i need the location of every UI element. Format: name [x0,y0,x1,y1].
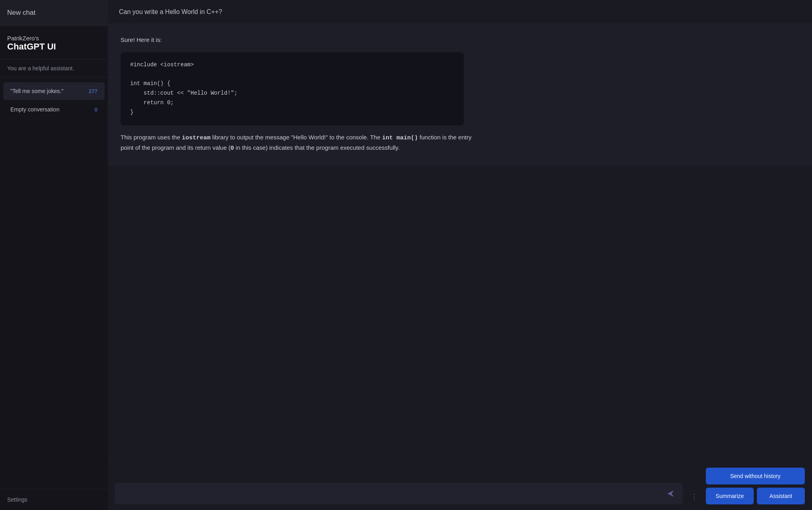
brand-title: ChatGPT UI [7,42,101,52]
conversation-label: "Tell me some jokes." [10,88,85,94]
conversation-item[interactable]: Empty conversation0 [3,101,105,118]
chat-messages: Sure! Here it is:#include <iostream> int… [108,24,812,462]
message-description: This program uses the iostream library t… [121,133,480,154]
inline-code: int main() [382,135,418,141]
code-block: #include <iostream> int main() { std::co… [121,52,464,125]
summarize-button[interactable]: Summarize [706,488,754,504]
sidebar: New chat PatrikZero's ChatGPT UI You are… [0,0,108,510]
chat-input-area: ⋮ Send without history Summarize Assista… [108,462,812,510]
more-options-button[interactable]: ⋮ [687,489,702,504]
settings-button[interactable]: Settings [0,489,108,510]
inline-code: 0 [230,145,234,152]
message-intro: Sure! Here it is: [121,35,480,45]
conversation-item[interactable]: "Tell me some jokes."277 [3,82,105,100]
input-wrapper [115,483,683,504]
system-prompt: You are a helpful assistant. [0,60,108,77]
inline-code: iostream [182,135,210,141]
user-question: Can you write a Hello World in C++? [119,8,222,16]
message-block: Sure! Here it is:#include <iostream> int… [108,24,812,165]
assistant-button[interactable]: Assistant [757,488,805,504]
chat-header: Can you write a Hello World in C++? [108,0,812,24]
conversation-label: Empty conversation [10,106,91,113]
send-button[interactable] [665,488,676,499]
sidebar-brand: PatrikZero's ChatGPT UI [0,26,108,60]
send-icon [667,490,675,498]
brand-name: PatrikZero's [7,35,101,42]
main-content: Can you write a Hello World in C++? Sure… [108,0,812,510]
more-icon: ⋮ [691,492,698,501]
send-without-history-button[interactable]: Send without history [706,468,805,484]
conversation-count: 277 [89,88,97,94]
action-buttons: Send without history Summarize Assistant [706,468,805,504]
conversation-list: "Tell me some jokes."277Empty conversati… [0,77,108,489]
chat-input[interactable] [121,489,665,498]
conversation-count: 0 [95,107,97,113]
new-chat-button[interactable]: New chat [0,0,108,26]
